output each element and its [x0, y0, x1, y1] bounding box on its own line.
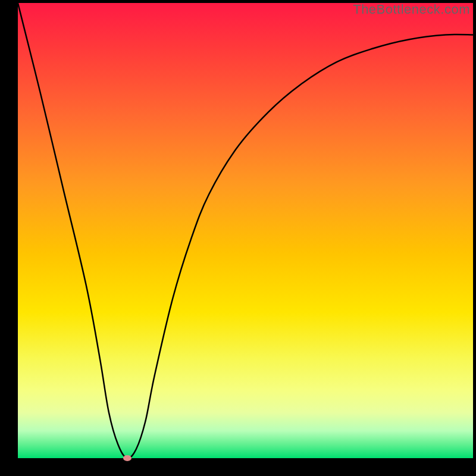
plot-area	[18, 3, 473, 458]
watermark-text: TheBottleneck.com	[353, 2, 470, 17]
curve-path	[18, 3, 473, 458]
chart-frame: TheBottleneck.com	[0, 0, 476, 476]
bottleneck-curve	[18, 3, 473, 458]
optimum-marker	[123, 455, 131, 461]
